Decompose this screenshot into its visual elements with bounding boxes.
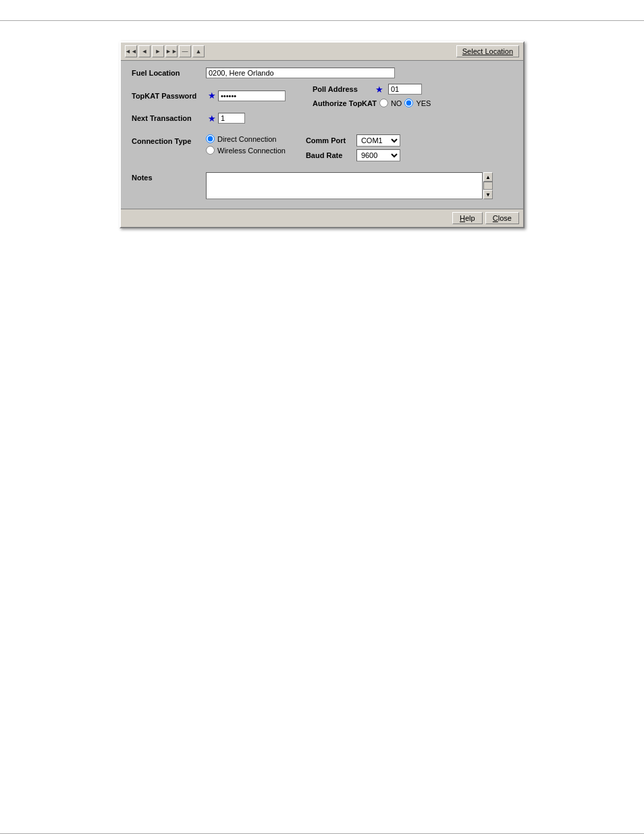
- comm-port-select[interactable]: COM1 COM2 COM3 COM4: [356, 134, 400, 147]
- nav-next-button[interactable]: ►: [152, 45, 164, 57]
- fuel-location-label: Fuel Location: [132, 69, 206, 77]
- spacer2: [132, 167, 512, 172]
- authorize-yes-group: YES: [404, 99, 431, 107]
- nav-last-button[interactable]: ►►: [165, 45, 178, 57]
- next-transaction-input[interactable]: [218, 113, 245, 124]
- nav-minus-button[interactable]: —: [179, 45, 191, 57]
- notes-label: Notes: [132, 172, 206, 182]
- wireless-connection-label: Wireless Connection: [217, 147, 286, 155]
- password-poll-row: TopKAT Password ★ Poll Address ★ Authori…: [132, 84, 512, 107]
- page-wrapper: ◄◄ ◄ ► ►► — ▲ Select Location Fuel Locat…: [0, 0, 644, 834]
- authorize-topkat-label: Authorize TopKAT: [313, 99, 377, 107]
- spacer: [132, 129, 512, 134]
- authorize-yes-label: YES: [416, 99, 431, 107]
- poll-required-star: ★: [375, 84, 383, 95]
- direct-connection-option: Direct Connection: [206, 134, 286, 143]
- close-underline-char: Close: [493, 214, 512, 222]
- comm-port-label: Comm Port: [306, 136, 356, 145]
- poll-address-input[interactable]: [388, 84, 422, 95]
- connection-type-label: Connection Type: [132, 134, 206, 145]
- comm-section: Comm Port COM1 COM2 COM3 COM4 Baud Rate …: [306, 134, 400, 161]
- topkat-password-input[interactable]: [218, 90, 286, 101]
- fuel-location-row: Fuel Location: [132, 68, 512, 78]
- authorize-row: Authorize TopKAT NO YES: [313, 99, 431, 107]
- comm-port-row: Comm Port COM1 COM2 COM3 COM4: [306, 134, 400, 147]
- nav-up-button[interactable]: ▲: [192, 45, 205, 57]
- poll-address-label: Poll Address: [313, 85, 373, 93]
- help-button[interactable]: Help: [452, 212, 483, 224]
- dialog: ◄◄ ◄ ► ►► — ▲ Select Location Fuel Locat…: [119, 41, 525, 228]
- nav-first-button[interactable]: ◄◄: [125, 45, 137, 57]
- notes-section: Notes ▲ ▼: [132, 172, 512, 199]
- direct-connection-label: Direct Connection: [217, 135, 276, 143]
- baud-rate-row: Baud Rate 9600 19200 38400 57600 115200: [306, 149, 400, 161]
- select-location-button[interactable]: Select Location: [456, 45, 519, 57]
- baud-rate-select[interactable]: 9600 19200 38400 57600 115200: [356, 149, 400, 161]
- notes-textarea[interactable]: [206, 172, 483, 199]
- baud-rate-label: Baud Rate: [306, 151, 356, 159]
- scroll-track: [483, 182, 493, 190]
- toolbar: ◄◄ ◄ ► ►► — ▲ Select Location: [121, 43, 523, 61]
- direct-connection-radio[interactable]: [206, 134, 215, 143]
- form-body: Fuel Location TopKAT Password ★ Poll Add…: [121, 61, 523, 209]
- help-underline-char: Help: [460, 214, 475, 222]
- right-section: Poll Address ★ Authorize TopKAT NO YES: [313, 84, 431, 107]
- dialog-footer: Help Close: [121, 209, 523, 227]
- authorize-no-radio[interactable]: [379, 99, 388, 107]
- authorize-yes-radio[interactable]: [404, 99, 413, 107]
- wireless-connection-option: Wireless Connection: [206, 146, 286, 155]
- next-transaction-row: Next Transaction ★: [132, 113, 512, 124]
- nav-prev-button[interactable]: ◄: [138, 45, 151, 57]
- password-required-star: ★: [208, 90, 216, 101]
- authorize-no-group: NO: [379, 99, 402, 107]
- fuel-location-input[interactable]: [206, 68, 395, 78]
- wireless-connection-radio[interactable]: [206, 146, 215, 155]
- connection-type-section: Connection Type Direct Connection Wirele…: [132, 134, 512, 161]
- topkat-password-label: TopKAT Password: [132, 92, 206, 100]
- next-transaction-label: Next Transaction: [132, 114, 206, 122]
- next-trans-required-star: ★: [208, 113, 216, 124]
- top-rule: [0, 20, 644, 21]
- notes-scrollbar: ▲ ▼: [483, 172, 493, 199]
- connection-radios: Direct Connection Wireless Connection: [206, 134, 286, 155]
- close-button[interactable]: Close: [485, 212, 519, 224]
- notes-input-container: ▲ ▼: [206, 172, 493, 199]
- scroll-up-button[interactable]: ▲: [483, 172, 493, 182]
- poll-address-row: Poll Address ★: [313, 84, 431, 95]
- authorize-no-label: NO: [391, 99, 402, 107]
- scroll-down-button[interactable]: ▼: [483, 190, 493, 199]
